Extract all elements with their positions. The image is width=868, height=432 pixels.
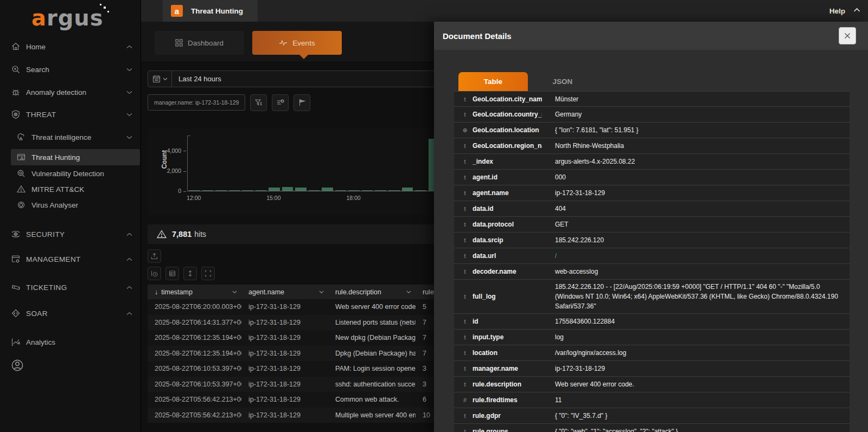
cell-rule: Common web attack.: [328, 396, 416, 403]
sidebar-item-security[interactable]: SECURITY: [0, 227, 141, 242]
sidebar-item-label: Threat Hunting: [31, 153, 80, 162]
chevron-down-icon: [126, 136, 132, 139]
sort-updown-icon: [187, 270, 194, 277]
field-value: Münster: [555, 95, 586, 103]
field-name: location: [473, 349, 542, 357]
chevron-down-icon: [126, 68, 132, 72]
chevron-down-icon: [126, 91, 132, 94]
cell-timestamp: 2025-08-22T06:12:35.194+00:00: [148, 334, 241, 341]
sidebar-item-threat-hunting[interactable]: Threat Hunting: [11, 149, 140, 165]
sidebar-item-threat-intelligence[interactable]: Threat intelligence: [0, 130, 141, 145]
y-axis-tick-label: 2,000: [148, 167, 181, 174]
add-filter-icon: [276, 98, 285, 107]
column-label: rule.description: [335, 288, 381, 296]
tab-table[interactable]: Table: [458, 72, 528, 91]
sidebar-item-soar[interactable]: SOAR: [0, 306, 141, 321]
field-row: tdecoder.nameweb-accesslog: [454, 264, 850, 280]
magnifier-gear-icon: [16, 169, 26, 178]
field-row: tdata.protocolGET: [454, 217, 850, 233]
cell-rule: Multiple web server 400 error codes.: [328, 411, 416, 419]
tab-json[interactable]: JSON: [528, 72, 597, 91]
sidebar-item-mitre-attack[interactable]: MITRE ATT&CK: [0, 182, 141, 196]
sidebar-item-anomaly-detection[interactable]: Anomaly detection: [0, 85, 141, 100]
field-name: rule.groups: [473, 428, 542, 432]
column-header-agent-name[interactable]: agent.name: [241, 288, 328, 296]
chevron-up-icon[interactable]: [853, 8, 860, 12]
chart-bar: [375, 190, 386, 191]
sidebar-item-home[interactable]: Home: [0, 39, 141, 54]
chart-bar: [242, 190, 253, 191]
warning-triangle-icon: [16, 184, 26, 194]
field-row: tdata.url/: [454, 248, 850, 264]
chart-bars: [187, 136, 441, 191]
column-header-timestamp[interactable]: ↓ timestamp: [148, 288, 241, 296]
text-type-icon: t: [461, 174, 469, 180]
fullscreen-icon: [205, 270, 212, 277]
hits-count: 7,881: [172, 230, 192, 238]
sidebar-item-analytics[interactable]: Analytics: [0, 334, 141, 350]
sidebar-user-avatar[interactable]: [0, 358, 141, 373]
chevron-down-icon: [406, 291, 411, 294]
tab-events[interactable]: Events: [252, 31, 342, 55]
sidebar-item-label: MITRE ATT&CK: [31, 185, 84, 194]
fullscreen-button[interactable]: [201, 267, 215, 280]
cell-agent: ip-172-31-18-129: [241, 350, 328, 357]
sidebar-item-label: SOAR: [26, 310, 48, 318]
y-axis-tick-label: 0: [148, 188, 181, 194]
field-name: data.protocol: [473, 221, 542, 228]
shield-eye-icon: [11, 229, 21, 239]
cell-rule: Listened ports status (netstat).: [328, 319, 416, 326]
column-header-rule-description[interactable]: rule.description: [328, 288, 416, 296]
sidebar-item-label: Analytics: [26, 338, 55, 346]
cell-rule: Web server 400 error code.: [328, 303, 416, 311]
bug-icon: [11, 87, 21, 97]
sidebar-item-virus-analyser[interactable]: Virus Analyser: [0, 198, 141, 212]
table-icon: [169, 270, 176, 277]
field-row: tdata.srcip185.242.226.120: [454, 233, 850, 248]
tab-events-label: Events: [292, 39, 315, 47]
text-type-icon: t: [461, 293, 469, 300]
filter-chip[interactable]: manager.name: ip-172-31-18-129: [148, 94, 245, 111]
chart-bar: [229, 190, 240, 191]
add-filter-button[interactable]: [272, 94, 289, 111]
field-name: agent.id: [473, 173, 542, 181]
field-row: tid1755843600.122884: [454, 314, 850, 330]
help-button[interactable]: Help: [829, 0, 845, 22]
sidebar-item-vulnerability-detection[interactable]: Vulnerability Detection: [0, 166, 141, 180]
export-button[interactable]: [148, 249, 161, 263]
text-type-icon: t: [461, 96, 469, 102]
search-icon: [11, 65, 21, 74]
calendar-dropdown[interactable]: [148, 71, 172, 87]
chart-bar: [402, 188, 413, 191]
sidebar-item-ticketing[interactable]: TICKETING: [0, 280, 141, 295]
refresh-interval-button[interactable]: [148, 267, 161, 280]
sidebar-item-management[interactable]: MANAGEMENT: [0, 252, 141, 267]
chart-bar: [215, 190, 227, 191]
field-name: rule.gdpr: [473, 412, 542, 420]
sort-button[interactable]: [183, 267, 197, 280]
cell-rule: New dpkg (Debian Package) installed.: [328, 334, 416, 341]
sidebar-item-search[interactable]: Search: [0, 62, 141, 77]
field-row: trule.groups{ "0": "web", "1": "accesslo…: [454, 424, 850, 432]
text-type-icon: t: [461, 318, 469, 325]
cell-timestamp: 2025-08-22T06:10:53.397+00:00: [148, 381, 241, 388]
funnel-icon: [254, 98, 263, 107]
close-button[interactable]: [839, 27, 856, 44]
filter-funnel-button[interactable]: [250, 94, 267, 111]
sort-desc-icon: ↓: [155, 288, 158, 296]
chevron-up-icon: [126, 233, 132, 236]
columns-button[interactable]: [165, 267, 179, 280]
field-value: { "lon": 7.6181, "lat": 51.951 }: [555, 126, 646, 134]
sidebar-item-threat[interactable]: THREAT: [0, 107, 141, 122]
flag-button[interactable]: [293, 94, 310, 111]
field-row: tinput.typelog: [454, 330, 850, 345]
chevron-down-icon: [319, 291, 324, 294]
panel-header: Document Details: [434, 22, 868, 50]
fields-table: tGeoLocation.city_nameMünster tGeoLocati…: [454, 91, 850, 432]
tab-dashboard[interactable]: Dashboard: [155, 31, 244, 55]
cell-agent: ip-172-31-18-129: [241, 319, 328, 326]
topbar-page-tab[interactable]: a Threat Hunting: [163, 0, 258, 22]
chart-bar: [282, 187, 293, 191]
field-value: 185.242.226.120: [555, 236, 611, 244]
field-row: tGeoLocation.city_nameMünster: [454, 91, 850, 107]
